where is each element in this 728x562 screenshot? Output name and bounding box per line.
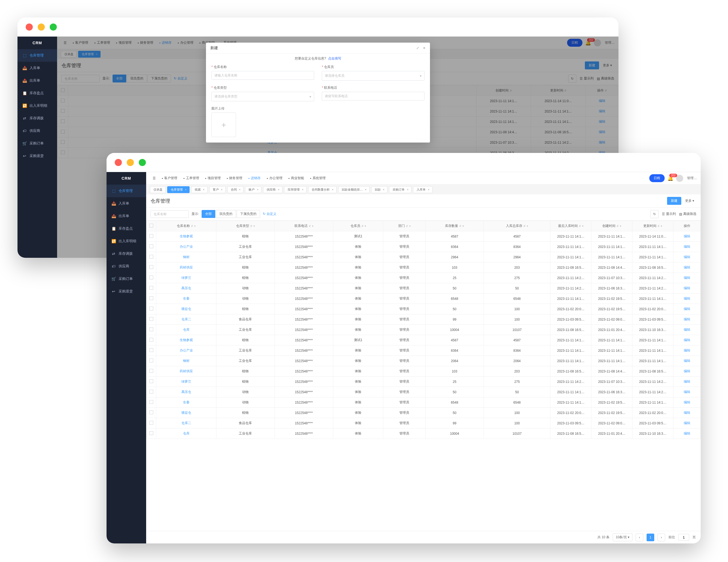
sort-icon[interactable]: ⇵ xyxy=(510,89,512,92)
row-checkbox[interactable] xyxy=(149,338,153,341)
edit-button[interactable]: 编辑 xyxy=(673,387,701,397)
traffic-light-min-icon[interactable] xyxy=(38,23,45,31)
edit-button[interactable]: 编辑 xyxy=(673,345,701,356)
segment-我负责的[interactable]: 我负责的 xyxy=(216,210,236,218)
tab-回款[interactable]: 回款× xyxy=(371,186,388,193)
row-checkbox[interactable] xyxy=(149,369,153,373)
close-icon[interactable]: ✕ xyxy=(423,46,426,50)
traffic-light-close-icon[interactable] xyxy=(26,23,33,31)
tab-账户[interactable]: 账户× xyxy=(245,186,261,193)
tab-采购订单[interactable]: 采购订单× xyxy=(389,186,411,193)
edit-button[interactable]: 编辑 xyxy=(586,137,618,148)
row-checkbox[interactable] xyxy=(61,140,65,144)
tab-客户[interactable]: 客户× xyxy=(209,186,226,193)
edit-button[interactable]: 编辑 xyxy=(673,293,701,304)
topnav-item-工单管理[interactable]: ▪ 工单管理 xyxy=(92,39,113,47)
sidebar-item-库存调拨[interactable]: ⇄库存调拨 xyxy=(107,248,146,260)
cell-name[interactable]: 生物参观 xyxy=(156,335,216,345)
column-header[interactable]: 创建时间⇵▾ xyxy=(591,221,632,231)
segment-全部[interactable]: 全部 xyxy=(202,210,215,218)
schedule-button[interactable]: 日程 xyxy=(649,174,665,182)
columns-button[interactable]: ☰ 显示列 xyxy=(662,212,676,216)
tab-close-icon[interactable]: × xyxy=(383,188,385,191)
cell-name[interactable]: 钢材 xyxy=(156,356,216,366)
topnav-item-客户管理[interactable]: ▪ 客户管理 xyxy=(70,39,91,47)
column-header[interactable]: 仓库员⇵▾ xyxy=(333,221,383,231)
menu-toggle-button[interactable]: ☰ xyxy=(61,39,69,46)
select-all-checkbox[interactable] xyxy=(149,224,153,228)
cell-name[interactable]: 仓库二 xyxy=(156,314,216,325)
edit-button[interactable]: 编辑 xyxy=(673,263,701,273)
sort-icon[interactable]: ⇵ xyxy=(579,225,581,228)
cell-name[interactable]: 办公产业 xyxy=(156,242,216,252)
row-checkbox[interactable] xyxy=(149,296,153,300)
traffic-light-min-icon[interactable] xyxy=(127,159,134,166)
edit-button[interactable]: 编辑 xyxy=(673,397,701,408)
cell-name[interactable]: 仓库 xyxy=(156,428,216,439)
topnav-item-办公管理[interactable]: ▪ 办公管理 xyxy=(264,174,285,182)
sort-icon[interactable]: ⇵ xyxy=(564,89,567,92)
cell-name[interactable]: 生姜 xyxy=(156,397,216,408)
tab-close-icon[interactable]: × xyxy=(278,188,279,191)
new-button[interactable]: 新建 xyxy=(667,197,681,205)
row-checkbox[interactable] xyxy=(149,421,153,425)
edit-button[interactable]: 编辑 xyxy=(673,356,701,366)
cell-name[interactable]: 绿萝兰 xyxy=(156,273,216,283)
column-header[interactable]: 联系电话⇵▾ xyxy=(275,221,333,231)
cell-name[interactable]: 仓库二 xyxy=(156,418,216,428)
cell-name[interactable]: 仓库 xyxy=(156,325,216,335)
topnav-item-商业智能[interactable]: ▪ 商业智能 xyxy=(286,174,307,182)
edit-button[interactable]: 编辑 xyxy=(673,273,701,283)
topnav-item-项目管理[interactable]: ▪ 项目管理 xyxy=(202,174,223,182)
topnav-item-办公管理[interactable]: ▪ 办公管理 xyxy=(175,39,196,47)
tab-close-icon[interactable]: × xyxy=(185,188,187,191)
tab-close-icon[interactable]: × xyxy=(365,188,367,191)
topnav-item-财务管理[interactable]: ▪ 财务管理 xyxy=(224,174,245,182)
phone-field[interactable] xyxy=(322,92,425,101)
sort-icon[interactable]: ⇵ xyxy=(309,225,311,228)
topnav-item-财务管理[interactable]: ▪ 财务管理 xyxy=(135,39,156,47)
tab-dashboard[interactable]: 仪表盘 xyxy=(61,51,76,58)
row-checkbox[interactable] xyxy=(61,130,65,134)
sort-icon[interactable]: ⇵ xyxy=(617,225,619,228)
sidebar-item-库存调拨[interactable]: ⇄库存调拨 xyxy=(17,112,57,125)
traffic-light-max-icon[interactable] xyxy=(139,159,146,166)
topnav-item-工单管理[interactable]: ▪ 工单管理 xyxy=(181,174,202,182)
edit-button[interactable]: 编辑 xyxy=(673,325,701,335)
row-checkbox[interactable] xyxy=(149,431,153,435)
tab-合同[interactable]: 合同× xyxy=(227,186,244,193)
sidebar-item-采购退货[interactable]: ↩采购退货 xyxy=(107,285,146,298)
sidebar-item-仓库管理[interactable]: ⬚仓库管理 xyxy=(17,49,57,62)
column-header[interactable]: 更新时间⇵ xyxy=(531,86,586,96)
column-header[interactable] xyxy=(146,221,156,231)
tab-应用管理[interactable]: 应用管理× xyxy=(284,186,306,193)
cell-name[interactable]: 高压仓 xyxy=(156,387,216,397)
row-checkbox[interactable] xyxy=(149,265,153,269)
tab-close-icon[interactable]: × xyxy=(302,188,303,191)
tab-close-icon[interactable]: × xyxy=(332,188,334,191)
sort-icon[interactable]: ⇵ xyxy=(361,225,364,228)
more-button[interactable]: 更多 ▾ xyxy=(601,61,614,69)
edit-button[interactable]: 编辑 xyxy=(673,252,701,263)
cell-name[interactable]: 药材供应 xyxy=(156,366,216,376)
edit-button[interactable]: 编辑 xyxy=(673,283,701,293)
edit-button[interactable]: 编辑 xyxy=(586,96,618,106)
column-header[interactable]: 创建时间⇵ xyxy=(476,86,531,96)
sort-icon[interactable]: ⇵ xyxy=(605,89,607,92)
segment-我负责的[interactable]: 我负责的 xyxy=(127,75,147,83)
tab-供应商[interactable]: 供应商× xyxy=(263,186,282,193)
cell-name[interactable]: 高压仓 xyxy=(156,283,216,293)
row-checkbox[interactable] xyxy=(149,390,153,393)
sidebar-item-采购订单[interactable]: 🛒采购订单 xyxy=(107,273,146,285)
advanced-filter-button[interactable]: ▤ 高级筛选 xyxy=(679,212,696,216)
row-checkbox[interactable] xyxy=(149,245,153,248)
filter-icon[interactable]: ▾ xyxy=(365,225,366,228)
sidebar-item-供应商[interactable]: 🏷供应商 xyxy=(107,260,146,273)
row-checkbox[interactable] xyxy=(149,327,153,331)
more-button[interactable]: 更多 ▾ xyxy=(683,197,696,205)
expand-icon[interactable]: ⤢ xyxy=(416,46,419,50)
refresh-button[interactable]: ↻ xyxy=(650,210,659,218)
sidebar-item-出库单[interactable]: 📤出库单 xyxy=(17,74,57,87)
tab-仓库管理[interactable]: 仓库管理× xyxy=(78,51,101,58)
row-checkbox[interactable] xyxy=(149,379,153,383)
